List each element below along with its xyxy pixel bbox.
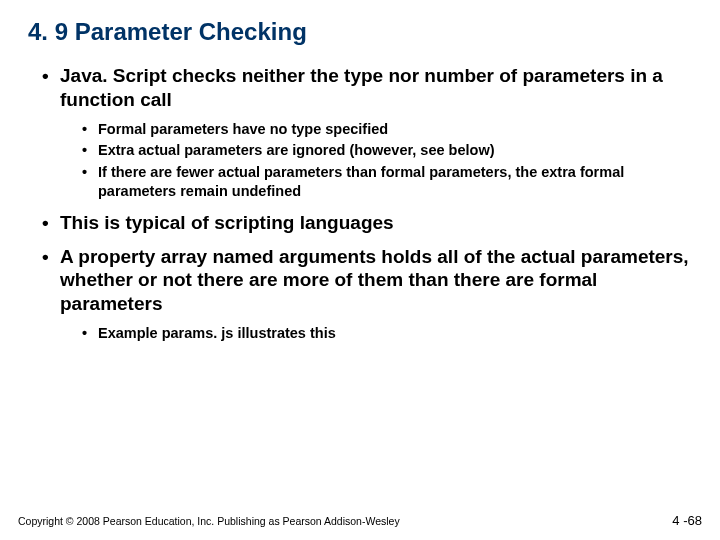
bullet-list-level2: Formal parameters have no type specified…	[60, 120, 692, 201]
list-item: Extra actual parameters are ignored (how…	[82, 141, 692, 160]
bullet-list-level1: Java. Script checks neither the type nor…	[28, 64, 692, 343]
slide-footer: Copyright © 2008 Pearson Education, Inc.…	[18, 513, 702, 528]
bullet-list-level2: Example params. js illustrates this	[60, 324, 692, 343]
bullet-text: Java. Script checks neither the type nor…	[60, 65, 663, 110]
subbullet-text: If there are fewer actual parameters tha…	[98, 164, 624, 199]
list-item: If there are fewer actual parameters tha…	[82, 163, 692, 201]
slide-title: 4. 9 Parameter Checking	[28, 18, 692, 46]
subbullet-text: Extra actual parameters are ignored (how…	[98, 142, 495, 158]
page-number: 4 -68	[672, 513, 702, 528]
list-item: Formal parameters have no type specified	[82, 120, 692, 139]
subbullet-text: Example params. js illustrates this	[98, 325, 336, 341]
list-item: A property array named arguments holds a…	[42, 245, 692, 343]
bullet-text: A property array named arguments holds a…	[60, 246, 689, 315]
bullet-text: This is typical of scripting languages	[60, 212, 394, 233]
subbullet-text: Formal parameters have no type specified	[98, 121, 388, 137]
list-item: This is typical of scripting languages	[42, 211, 692, 235]
list-item: Example params. js illustrates this	[82, 324, 692, 343]
copyright-text: Copyright © 2008 Pearson Education, Inc.…	[18, 515, 400, 527]
list-item: Java. Script checks neither the type nor…	[42, 64, 692, 201]
